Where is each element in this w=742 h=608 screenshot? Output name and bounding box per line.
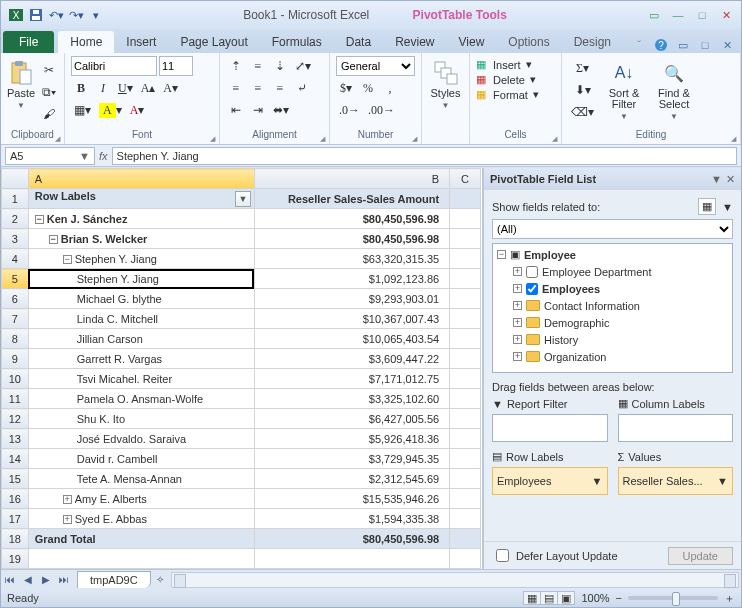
tab-view[interactable]: View <box>447 31 497 53</box>
decrease-indent-icon[interactable]: ⇤ <box>226 100 246 120</box>
cell[interactable]: −Brian S. Welcker <box>28 229 254 249</box>
restore-icon[interactable]: — <box>669 8 687 22</box>
format-painter-icon[interactable]: 🖌 <box>39 104 59 124</box>
fill-color-button[interactable]: A▾ <box>96 100 125 120</box>
worksheet-grid[interactable]: A B C 1Row Labels▼Reseller Sales-Sales A… <box>1 168 483 569</box>
cell[interactable]: −Stephen Y. Jiang <box>28 249 254 269</box>
cell[interactable] <box>450 469 481 489</box>
sort-filter-button[interactable]: A↓ Sort & Filter▼ <box>601 56 647 121</box>
sheet-tab[interactable]: tmpAD9C <box>77 571 151 588</box>
cell[interactable] <box>450 549 481 569</box>
cell[interactable] <box>28 549 254 569</box>
cell[interactable]: Reseller Sales-Sales Amount <box>254 189 449 209</box>
column-header-c[interactable]: C <box>450 169 481 189</box>
delete-cells-button[interactable]: ▦ Delete ▾ <box>476 73 555 86</box>
cell[interactable]: $1,594,335.38 <box>254 509 449 529</box>
pane-close-icon[interactable]: ✕ <box>726 173 735 186</box>
doc-close-icon[interactable]: ✕ <box>719 37 735 53</box>
row-header[interactable]: 5 <box>2 269 29 289</box>
cell[interactable]: $80,450,596.98 <box>254 229 449 249</box>
cell[interactable]: Linda C. Mitchell <box>28 309 254 329</box>
field-checkbox[interactable] <box>526 283 538 295</box>
expand-collapse-icon[interactable]: − <box>63 255 72 264</box>
expand-collapse-icon[interactable]: − <box>49 235 58 244</box>
select-all-corner[interactable] <box>2 169 29 189</box>
update-button[interactable]: Update <box>668 547 733 565</box>
field-checkbox[interactable] <box>526 266 538 278</box>
tab-design[interactable]: Design <box>562 31 623 53</box>
tree-node[interactable]: +Employee Department <box>495 263 730 280</box>
minimize-icon[interactable]: ▭ <box>645 8 663 22</box>
cell[interactable]: $10,367,007.43 <box>254 309 449 329</box>
cell[interactable]: José Edvaldo. Saraiva <box>28 429 254 449</box>
cell[interactable]: $7,171,012.75 <box>254 369 449 389</box>
fill-icon[interactable]: ⬇▾ <box>568 80 597 100</box>
zoom-out-icon[interactable]: − <box>616 592 622 604</box>
cell[interactable] <box>254 549 449 569</box>
cell[interactable] <box>450 369 481 389</box>
cell[interactable]: Shu K. Ito <box>28 409 254 429</box>
cell[interactable]: $10,065,403.54 <box>254 329 449 349</box>
cell[interactable] <box>450 229 481 249</box>
tab-data[interactable]: Data <box>334 31 383 53</box>
cell[interactable] <box>450 389 481 409</box>
font-color-button[interactable]: A▾ <box>127 100 148 120</box>
align-right-icon[interactable]: ≡ <box>270 78 290 98</box>
cell[interactable]: Stephen Y. Jiang <box>28 269 254 289</box>
sheet-nav-last-icon[interactable]: ⏭ <box>55 571 73 589</box>
qat-customize-icon[interactable]: ▾ <box>87 6 105 24</box>
font-size-combo[interactable] <box>159 56 193 76</box>
cell[interactable]: $1,092,123.86 <box>254 269 449 289</box>
cell[interactable] <box>450 489 481 509</box>
sheet-nav-first-icon[interactable]: ⏮ <box>1 571 19 589</box>
minimize-ribbon-icon[interactable]: ˇ <box>631 37 647 53</box>
fx-icon[interactable]: fx <box>99 150 108 162</box>
cell[interactable] <box>450 269 481 289</box>
cell[interactable]: $5,926,418.36 <box>254 429 449 449</box>
font-name-combo[interactable] <box>71 56 157 76</box>
save-icon[interactable] <box>27 6 45 24</box>
cell[interactable] <box>450 309 481 329</box>
area-row-labels-box[interactable]: Employees▼ <box>492 467 608 495</box>
tab-options[interactable]: Options <box>496 31 561 53</box>
merge-center-icon[interactable]: ⬌▾ <box>270 100 292 120</box>
bold-button[interactable]: B <box>71 78 91 98</box>
area-values-box[interactable]: Reseller Sales...▼ <box>618 467 734 495</box>
cell[interactable] <box>450 529 481 549</box>
border-button[interactable]: ▦▾ <box>71 100 94 120</box>
tree-node[interactable]: +Organization <box>495 348 730 365</box>
tree-node[interactable]: +Demographic <box>495 314 730 331</box>
row-header[interactable]: 3 <box>2 229 29 249</box>
cell[interactable] <box>450 329 481 349</box>
expand-collapse-icon[interactable]: − <box>35 215 44 224</box>
cell[interactable]: Grand Total <box>28 529 254 549</box>
orientation-icon[interactable]: ⤢▾ <box>292 56 314 76</box>
clear-icon[interactable]: ⌫▾ <box>568 102 597 122</box>
tab-review[interactable]: Review <box>383 31 446 53</box>
cell[interactable]: $3,325,102.60 <box>254 389 449 409</box>
align-left-icon[interactable]: ≡ <box>226 78 246 98</box>
tree-node[interactable]: +Employees <box>495 280 730 297</box>
cell[interactable] <box>450 249 481 269</box>
cell[interactable] <box>450 189 481 209</box>
align-middle-icon[interactable]: ≡ <box>248 56 268 76</box>
cell[interactable]: $2,312,545.69 <box>254 469 449 489</box>
area-report-filter-box[interactable] <box>492 414 608 442</box>
doc-restore-icon[interactable]: □ <box>697 37 713 53</box>
row-header[interactable]: 12 <box>2 409 29 429</box>
cell[interactable]: Tsvi Micahel. Reiter <box>28 369 254 389</box>
undo-icon[interactable]: ↶▾ <box>47 6 65 24</box>
align-center-icon[interactable]: ≡ <box>248 78 268 98</box>
find-select-button[interactable]: 🔍 Find & Select▼ <box>651 56 697 121</box>
cell[interactable]: +Syed E. Abbas <box>28 509 254 529</box>
defer-update-checkbox[interactable]: Defer Layout Update <box>492 546 618 565</box>
row-header[interactable]: 14 <box>2 449 29 469</box>
cell[interactable] <box>450 349 481 369</box>
align-bottom-icon[interactable]: ⇣ <box>270 56 290 76</box>
row-header[interactable]: 19 <box>2 549 29 569</box>
insert-cells-button[interactable]: ▦ Insert ▾ <box>476 58 555 71</box>
view-buttons[interactable]: ▦▤▣ <box>524 591 575 605</box>
cell[interactable] <box>450 449 481 469</box>
row-header[interactable]: 16 <box>2 489 29 509</box>
cell[interactable]: Row Labels▼ <box>28 189 254 209</box>
